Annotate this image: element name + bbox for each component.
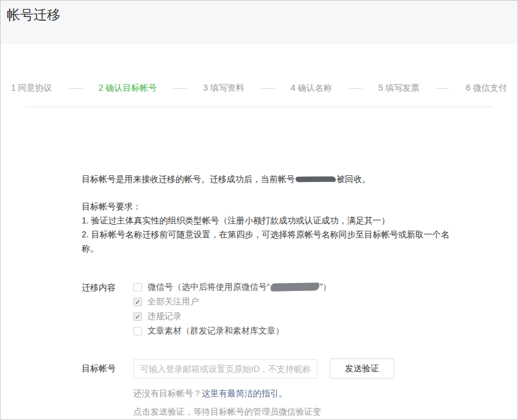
intro-section: 目标帐号是用来接收迁移的帐号。迁移成功后，当前帐号被回收。 目标帐号要求： 1.… xyxy=(82,172,453,256)
option-article-material-label: 文章素材（群发记录和素材库文章） xyxy=(147,326,284,337)
help-question-text: 还没有目标帐号？ xyxy=(133,388,202,398)
step-6-wechat-pay: 6 微信支付 xyxy=(466,83,507,94)
redacted-wechat-id-scribble xyxy=(271,282,319,291)
option-wechat-id-text-before: 微信号（选中后将使用原微信号“ xyxy=(147,282,270,292)
checkmark-icon: ✓ xyxy=(135,299,140,306)
intro-text-after: 被回收。 xyxy=(336,174,371,184)
step-1-agree: 1 同意协议 xyxy=(11,83,52,94)
migrate-content-row: 迁移内容 微信号（选中后将使用原微信号“”） ✓ 全部关注用户 ✓ 违规记录 文… xyxy=(82,280,517,338)
step-3-fill-info: 3 填写资料 xyxy=(203,83,244,94)
help-line: 还没有目标帐号？这里有最简洁的指引。 xyxy=(133,387,394,400)
send-verification-button[interactable]: 发送验证 xyxy=(330,359,394,379)
guide-link[interactable]: 这里有最简洁的指引。 xyxy=(202,388,287,398)
step-separator xyxy=(436,88,449,89)
requirement-item-2: 2. 目标帐号名称迁移前可随意设置，在第四步，可选择将原帐号名称同步至目标帐号或… xyxy=(82,228,450,256)
option-violation-records[interactable]: ✓ 违规记录 xyxy=(133,309,331,324)
option-wechat-id-label: 微信号（选中后将使用原微信号“”） xyxy=(147,282,331,293)
help-note: 点击发送验证，等待目标帐号的管理员微信验证变更操作。目标帐号每天最多提交5次，请… xyxy=(133,404,324,420)
target-account-content: 发送验证 还没有目标帐号？这里有最简洁的指引。 点击发送验证，等待目标帐号的管理… xyxy=(133,359,394,420)
migrate-content-label: 迁移内容 xyxy=(82,280,133,295)
step-separator xyxy=(69,88,82,89)
intro-text-before: 目标帐号是用来接收迁移的帐号。迁移成功后，当前帐号 xyxy=(82,174,295,184)
step-2-confirm-target: 2 确认目标帐号 xyxy=(99,83,157,94)
step-separator xyxy=(261,88,274,89)
option-all-followers[interactable]: ✓ 全部关注用户 xyxy=(133,295,331,309)
option-wechat-id-text-after: ”） xyxy=(320,282,332,292)
page-title: 帐号迁移 xyxy=(7,6,517,24)
intro-paragraph: 目标帐号是用来接收迁移的帐号。迁移成功后，当前帐号被回收。 xyxy=(82,172,453,186)
target-account-input-line: 发送验证 xyxy=(133,359,394,379)
step-separator xyxy=(349,88,362,89)
option-violation-records-label: 违规记录 xyxy=(147,311,182,322)
target-account-row: 目标帐号 发送验证 还没有目标帐号？这里有最简洁的指引。 点击发送验证，等待目标… xyxy=(82,359,517,420)
target-account-label: 目标帐号 xyxy=(82,359,133,378)
step-4-confirm-name: 4 确认名称 xyxy=(291,83,332,94)
checkbox-all-followers[interactable]: ✓ xyxy=(133,298,142,306)
steps-divider xyxy=(25,107,493,107)
option-wechat-id[interactable]: 微信号（选中后将使用原微信号“”） xyxy=(133,280,331,295)
step-separator xyxy=(173,88,186,89)
checkbox-article-material[interactable] xyxy=(133,327,142,335)
option-all-followers-label: 全部关注用户 xyxy=(147,296,199,307)
checkbox-wechat-id[interactable] xyxy=(133,283,142,292)
step-5-invoice: 5 填写发票 xyxy=(378,83,420,94)
checkbox-violation-records[interactable]: ✓ xyxy=(133,312,142,321)
checkmark-icon: ✓ xyxy=(135,313,140,320)
redacted-current-account-scribble xyxy=(296,176,336,182)
option-article-material[interactable]: 文章素材（群发记录和素材库文章） xyxy=(133,324,331,338)
account-migration-page: 帐号迁移 1 同意协议 2 确认目标帐号 3 填写资料 4 确认名称 5 填写发… xyxy=(0,0,518,420)
steps-bar: 1 同意协议 2 确认目标帐号 3 填写资料 4 确认名称 5 填写发票 6 微… xyxy=(1,83,517,94)
target-account-input[interactable] xyxy=(133,359,318,379)
page-header: 帐号迁移 xyxy=(1,1,517,44)
requirements-block: 目标帐号要求： 1. 验证过主体真实性的组织类型帐号（注册小额打款成功或认证成功… xyxy=(82,200,450,256)
requirement-item-1: 1. 验证过主体真实性的组织类型帐号（注册小额打款成功或认证成功，满足其一） xyxy=(82,214,450,228)
migrate-options: 微信号（选中后将使用原微信号“”） ✓ 全部关注用户 ✓ 违规记录 文章素材（群… xyxy=(133,280,331,338)
requirements-heading: 目标帐号要求： xyxy=(82,200,450,214)
